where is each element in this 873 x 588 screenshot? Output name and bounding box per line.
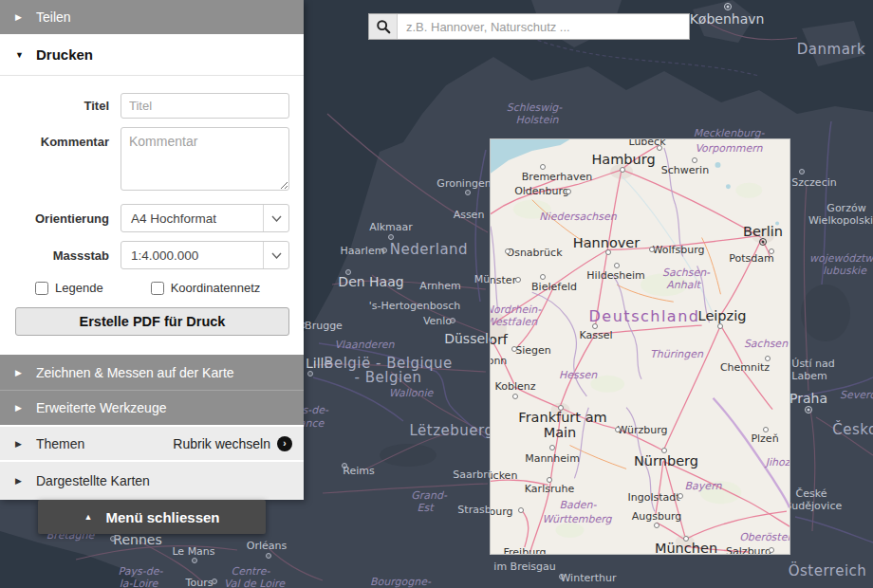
- orientierung-value: A4 Hochformat: [121, 211, 263, 226]
- rubrik-wechseln-link[interactable]: Rubrik wechseln ›: [173, 436, 292, 451]
- section-erweitert-label: Erweiterte Werkzeuge: [36, 400, 166, 415]
- sidebar: ▶ Teilen ▼ Drucken Titel Kommentar Orien…: [0, 0, 304, 500]
- section-themen[interactable]: ▶ Themen Rubrik wechseln ›: [0, 425, 304, 460]
- koordinatennetz-label: Koordinatennetz: [171, 281, 261, 295]
- orientierung-label: Orientierung: [15, 211, 115, 226]
- create-pdf-button[interactable]: Erstelle PDF für Druck: [15, 307, 289, 336]
- menu-close-button[interactable]: ▲ Menü schliessen: [38, 500, 266, 534]
- section-dargestellte-karten[interactable]: ▶ Dargestellte Karten: [0, 460, 304, 500]
- search-input[interactable]: [398, 14, 689, 39]
- rubrik-wechseln-label: Rubrik wechseln: [173, 436, 270, 451]
- section-teilen[interactable]: ▶ Teilen: [0, 0, 304, 34]
- section-dargestellt-label: Dargestellte Karten: [36, 473, 150, 488]
- arrow-right-circle-icon: ›: [277, 436, 292, 451]
- section-erweiterte-werkzeuge[interactable]: ▶ Erweiterte Werkzeuge: [0, 390, 304, 425]
- legende-checkbox-row: Legende: [35, 281, 103, 295]
- section-themen-label: Themen: [36, 436, 84, 451]
- print-preview-area: LübeckHamburgSchwerinVorpommernBremerhav…: [490, 138, 790, 555]
- chevron-right-icon: ▶: [15, 12, 27, 22]
- chevron-right-icon: ▶: [15, 476, 27, 486]
- legende-label: Legende: [55, 281, 103, 295]
- chevron-right-icon: ▶: [15, 403, 27, 413]
- chevron-down-icon: ▼: [15, 50, 27, 60]
- menu-close-label: Menü schliessen: [105, 509, 219, 525]
- titel-input[interactable]: [121, 93, 289, 119]
- section-drucken[interactable]: ▼ Drucken: [0, 34, 304, 76]
- search-bar: [368, 13, 690, 40]
- chevron-right-icon: ▶: [15, 368, 27, 377]
- chevron-up-icon: ▲: [84, 512, 93, 522]
- section-teilen-label: Teilen: [36, 9, 71, 25]
- legende-checkbox[interactable]: [35, 282, 48, 295]
- massstab-label: Massstab: [15, 248, 115, 263]
- app-window: KøbenhavnDanmarkSchleswig-HolsteinMeckle…: [0, 0, 873, 588]
- massstab-value: 1:4.000.000: [121, 248, 263, 263]
- print-form: Titel Kommentar Orientierung A4 Hochform…: [0, 76, 304, 355]
- section-zeichnen-messen[interactable]: ▶ Zeichnen & Messen auf der Karte: [0, 355, 304, 390]
- titel-label: Titel: [15, 99, 115, 113]
- kommentar-textarea[interactable]: [121, 127, 289, 191]
- chevron-down-icon: [263, 205, 288, 231]
- section-zeichnen-label: Zeichnen & Messen auf der Karte: [36, 365, 234, 380]
- massstab-select[interactable]: 1:4.000.000: [121, 241, 289, 269]
- map-light-graphics: [491, 139, 789, 554]
- section-drucken-panel: ▼ Drucken Titel Kommentar Orientierung A…: [0, 34, 304, 355]
- chevron-right-icon: ▶: [15, 439, 27, 449]
- koordinatennetz-checkbox-row: Koordinatennetz: [151, 281, 261, 295]
- orientierung-select[interactable]: A4 Hochformat: [121, 204, 289, 232]
- chevron-down-icon: [263, 242, 288, 268]
- section-drucken-label: Drucken: [36, 46, 93, 63]
- koordinatennetz-checkbox[interactable]: [151, 282, 164, 295]
- kommentar-label: Kommentar: [15, 127, 115, 149]
- search-icon[interactable]: [369, 14, 398, 39]
